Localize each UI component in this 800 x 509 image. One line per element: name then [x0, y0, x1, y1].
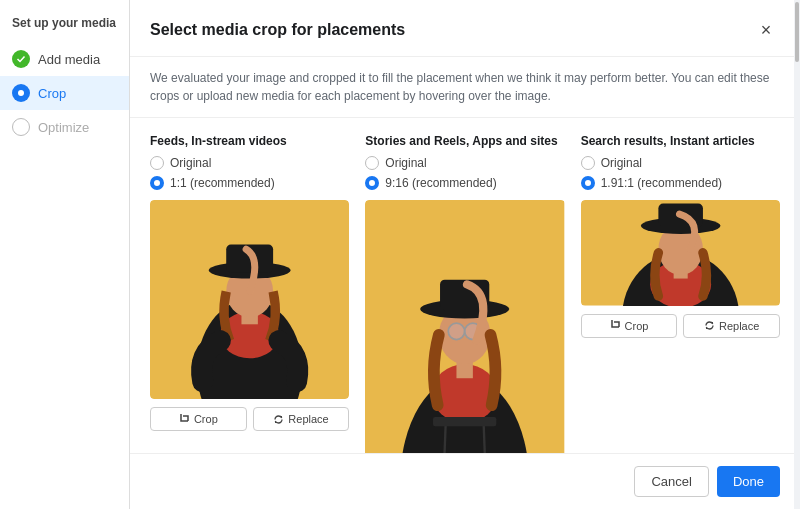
crop-icon-search — [610, 320, 621, 331]
crop-card-stories: Stories and Reels, Apps and sites Origin… — [365, 134, 564, 437]
card-title-search: Search results, Instant articles — [581, 134, 780, 148]
sidebar-item-optimize[interactable]: Optimize — [0, 110, 129, 144]
sidebar-title: Set up your media — [0, 16, 129, 42]
image-svg-stories — [365, 200, 564, 453]
sidebar: Set up your media Add media Crop Optimiz… — [0, 0, 130, 509]
sidebar-label-crop: Crop — [38, 86, 66, 101]
radio-recommended-stories[interactable]: 9:16 (recommended) — [365, 176, 564, 190]
svg-point-13 — [449, 323, 465, 339]
cancel-button[interactable]: Cancel — [634, 466, 708, 497]
replace-button-search[interactable]: Replace — [683, 314, 780, 338]
card-title-feeds: Feeds, In-stream videos — [150, 134, 349, 148]
image-stories — [365, 200, 564, 453]
svg-point-0 — [18, 90, 24, 96]
modal-header: Select media crop for placements × — [130, 0, 800, 57]
radio-original-stories[interactable]: Original — [365, 156, 564, 170]
crop-card-search: Search results, Instant articles Origina… — [581, 134, 780, 437]
radio-circle-recommended-stories — [365, 176, 379, 190]
svg-rect-18 — [433, 417, 496, 426]
radio-original-search[interactable]: Original — [581, 156, 780, 170]
crop-card-feeds: Feeds, In-stream videos Original 1:1 (re… — [150, 134, 349, 437]
scrollbar — [794, 118, 800, 453]
card-actions-search: Crop Replace — [581, 314, 780, 338]
card-title-stories: Stories and Reels, Apps and sites — [365, 134, 564, 148]
sidebar-item-add-media[interactable]: Add media — [0, 42, 129, 76]
modal-footer: Cancel Done — [130, 453, 800, 509]
crop-button-search[interactable]: Crop — [581, 314, 678, 338]
radio-circle-original-feeds — [150, 156, 164, 170]
card-actions-feeds: Crop Replace — [150, 407, 349, 431]
sidebar-label-optimize: Optimize — [38, 120, 89, 135]
crop-button-feeds[interactable]: Crop — [150, 407, 247, 431]
modal-body: Feeds, In-stream videos Original 1:1 (re… — [130, 118, 800, 453]
replace-icon-feeds — [273, 414, 284, 425]
radio-original-feeds[interactable]: Original — [150, 156, 349, 170]
radio-recommended-search[interactable]: 1.91:1 (recommended) — [581, 176, 780, 190]
sidebar-label-add-media: Add media — [38, 52, 100, 67]
pending-icon — [12, 118, 30, 136]
done-icon — [12, 50, 30, 68]
radio-recommended-feeds[interactable]: 1:1 (recommended) — [150, 176, 349, 190]
image-svg-search — [581, 200, 780, 306]
radio-circle-original-search — [581, 156, 595, 170]
sidebar-item-crop[interactable]: Crop — [0, 76, 129, 110]
image-svg-feeds — [150, 200, 349, 399]
replace-icon-search — [704, 320, 715, 331]
radio-circle-recommended-feeds — [150, 176, 164, 190]
modal-description: We evaluated your image and cropped it t… — [130, 57, 800, 118]
active-icon — [12, 84, 30, 102]
modal-title: Select media crop for placements — [150, 21, 405, 39]
radio-group-stories: Original 9:16 (recommended) — [365, 156, 564, 190]
image-feeds — [150, 200, 349, 399]
crop-icon-feeds — [179, 414, 190, 425]
radio-circle-original-stories — [365, 156, 379, 170]
radio-group-feeds: Original 1:1 (recommended) — [150, 156, 349, 190]
modal: Select media crop for placements × We ev… — [130, 0, 800, 509]
image-search — [581, 200, 780, 306]
done-button[interactable]: Done — [717, 466, 780, 497]
close-button[interactable]: × — [752, 16, 780, 44]
replace-button-feeds[interactable]: Replace — [253, 407, 350, 431]
radio-circle-recommended-search — [581, 176, 595, 190]
radio-group-search: Original 1.91:1 (recommended) — [581, 156, 780, 190]
